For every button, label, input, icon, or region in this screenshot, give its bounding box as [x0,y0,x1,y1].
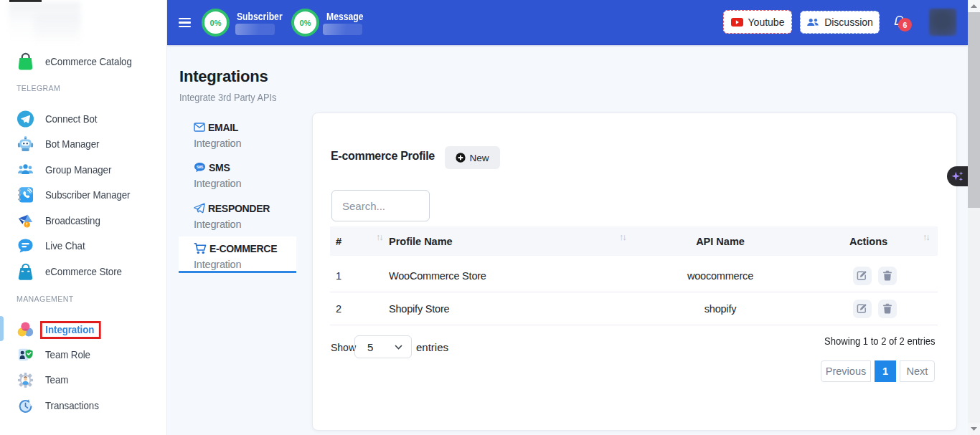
svg-text:SMS: SMS [197,166,203,169]
